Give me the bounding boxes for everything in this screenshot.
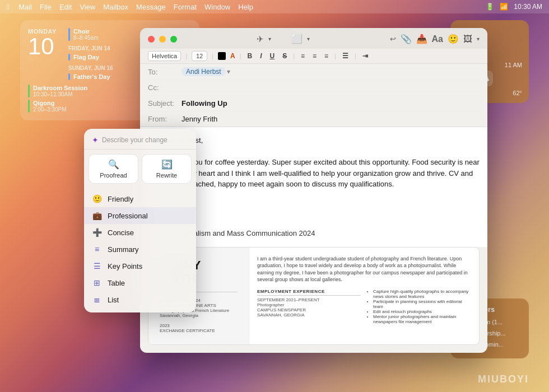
subject-label: Subject: (148, 99, 182, 108)
indent-button[interactable]: ⇥ (361, 52, 370, 60)
subject-value[interactable]: Following Up (182, 99, 227, 108)
cv-employment-title: EMPLOYMENT EXPERIENCE (257, 289, 361, 296)
emoji-icon[interactable]: 🙂 (448, 34, 459, 44)
from-label: From: (148, 115, 182, 123)
keypoints-icon: ☰ (92, 262, 102, 270)
signature-title: Dept. of Journalism and Mass Communicati… (148, 228, 480, 239)
menu-mailbox[interactable]: Mailbox (103, 3, 128, 11)
strikethrough-button[interactable]: S (281, 52, 289, 60)
format-separator-2: | (212, 53, 213, 59)
wt-menu-keypoints[interactable]: ☰ Key Points (84, 258, 196, 274)
photo-dropdown-icon[interactable]: ▾ (477, 36, 480, 42)
attachment-icon[interactable]: 📎 (401, 34, 412, 44)
writing-tools-describe-label[interactable]: Describe your change (102, 136, 168, 144)
event-info: Darkroom Session 10:30–11:30AM (33, 85, 87, 97)
cv-bullets-col: Capture high-quality photographs to acco… (367, 289, 471, 324)
mail-header-fields: To: Andi Herbst ▾ Cc: Subject: Following… (140, 64, 487, 127)
text-color-swatch[interactable] (218, 52, 226, 60)
zoom-button[interactable] (170, 36, 177, 43)
table-icon: ⊞ (92, 278, 102, 287)
font-size-selector[interactable]: 12 (192, 51, 207, 61)
list-icon: ≣ (92, 295, 102, 304)
archive-icon[interactable]: 📥 (416, 34, 427, 44)
event-info: Flag Day (73, 54, 99, 60)
window-icon[interactable]: ⬜ (291, 34, 303, 44)
proofread-button[interactable]: 🔍 Proofread (89, 154, 138, 184)
reply-icon[interactable]: ↩ (390, 35, 396, 43)
event-info: Choir 8–8:45am (73, 28, 98, 41)
calendar-date-number: 10 (28, 35, 62, 58)
menu-mail[interactable]: Mail (18, 3, 32, 11)
send-icon[interactable]: ✈ (257, 34, 264, 44)
highlight-icon[interactable]: A (230, 52, 235, 60)
menu-view[interactable]: View (80, 3, 95, 11)
font-selector[interactable]: Helvetica (148, 51, 181, 61)
table-label: Table (108, 279, 125, 287)
professional-icon: 💼 (92, 211, 102, 220)
menu-help[interactable]: Help (238, 3, 253, 11)
body-paragraph: Nice to meet you for coffee yesterday. S… (148, 157, 480, 190)
wt-menu-list[interactable]: ≣ List (84, 291, 196, 308)
writing-tools-actions: 🔍 Proofread 🔄 Rewrite (84, 150, 196, 188)
italic-button[interactable]: I (258, 52, 263, 60)
summary-icon: ≡ (92, 245, 102, 254)
font-icon[interactable]: Aa (432, 34, 443, 44)
wt-menu-concise[interactable]: ➕ Concise (84, 224, 196, 241)
event-info: Qigong 2:00–3:30PM (33, 100, 67, 113)
bold-button[interactable]: B (246, 52, 254, 60)
align-center-button[interactable]: ≡ (311, 52, 318, 60)
friendly-icon: 🙂 (92, 194, 102, 203)
concise-label: Concise (108, 228, 134, 237)
menubar-clock: 10:30 AM (514, 3, 542, 11)
rewrite-label: Rewrite (156, 172, 177, 179)
mail-cc-row: Cc: (148, 80, 480, 96)
menubar-items: Mail File Edit View Mailbox Message Form… (18, 3, 253, 11)
cc-input[interactable] (182, 83, 480, 92)
send-dropdown-icon[interactable]: ▾ (268, 36, 271, 42)
wt-menu-professional[interactable]: 💼 Professional (84, 207, 196, 224)
cv-right-panel: I am a third-year student undergraduate … (249, 248, 479, 344)
apple-menu-icon[interactable]:  (7, 2, 10, 11)
cv-bullet-3: Edit and retouch photographs (373, 309, 471, 314)
minimize-button[interactable] (159, 36, 166, 43)
writing-tools-menu: 🙂 Friendly 💼 Professional ➕ Concise ≡ Su… (84, 188, 196, 312)
close-button[interactable] (148, 36, 155, 43)
window-dropdown-icon[interactable]: ▾ (307, 36, 310, 42)
format-separator-5: | (334, 53, 336, 59)
menu-edit[interactable]: Edit (59, 3, 72, 11)
wt-menu-table[interactable]: ⊞ Table (84, 274, 196, 291)
menubar-wifi-icon: 📶 (500, 3, 508, 11)
align-right-button[interactable]: ≡ (323, 52, 330, 60)
cv-bullet-4: Mentor junior photographers and maintain… (373, 314, 471, 324)
cv-attachment-preview: JENNYFRITH EDUCATION Expected June 2024 … (148, 247, 480, 345)
format-separator-4: | (293, 53, 295, 59)
keypoints-label: Key Points (108, 262, 142, 270)
menu-file[interactable]: File (40, 3, 52, 11)
wt-menu-friendly[interactable]: 🙂 Friendly (84, 190, 196, 207)
rewrite-button[interactable]: 🔄 Rewrite (142, 154, 192, 184)
body-greeting: Dear Ms. Herbst, (148, 135, 480, 146)
menu-message[interactable]: Message (136, 3, 166, 11)
friendly-label: Friendly (108, 195, 133, 203)
calendar-day-label: MONDAY (28, 28, 62, 35)
mail-signature: Jenny Frith Dept. of Journalism and Mass… (148, 217, 480, 239)
menu-format[interactable]: Format (174, 3, 197, 11)
mail-titlebar: ✈ ▾ ⬜ ▾ ↩ 📎 📥 Aa 🙂 🖼 ▾ (140, 28, 487, 49)
list-button[interactable]: ☰ (341, 52, 350, 60)
concise-icon: ➕ (92, 228, 102, 237)
to-label: To: (148, 68, 182, 76)
underline-button[interactable]: U (268, 52, 277, 60)
align-left-button[interactable]: ≡ (299, 52, 306, 60)
weather-temp-2: 62° (513, 90, 522, 96)
menu-window[interactable]: Window (204, 3, 230, 11)
format-separator-3: | (240, 53, 241, 59)
cv-bio-text: I am a third-year student undergraduate … (257, 255, 471, 283)
mail-subject-row: Subject: Following Up (148, 96, 480, 111)
cv-employment-content: SEPTEMBER 2021–PRESENT Photographer CAMP… (257, 297, 361, 318)
wt-menu-summary[interactable]: ≡ Summary (84, 241, 196, 258)
writing-tools-header: ✦ Describe your change (84, 129, 196, 150)
to-recipient[interactable]: Andi Herbst (182, 67, 226, 76)
event-dot-green (28, 100, 30, 113)
sparkle-icon: ✦ (92, 136, 99, 144)
photo-icon[interactable]: 🖼 (463, 34, 472, 44)
